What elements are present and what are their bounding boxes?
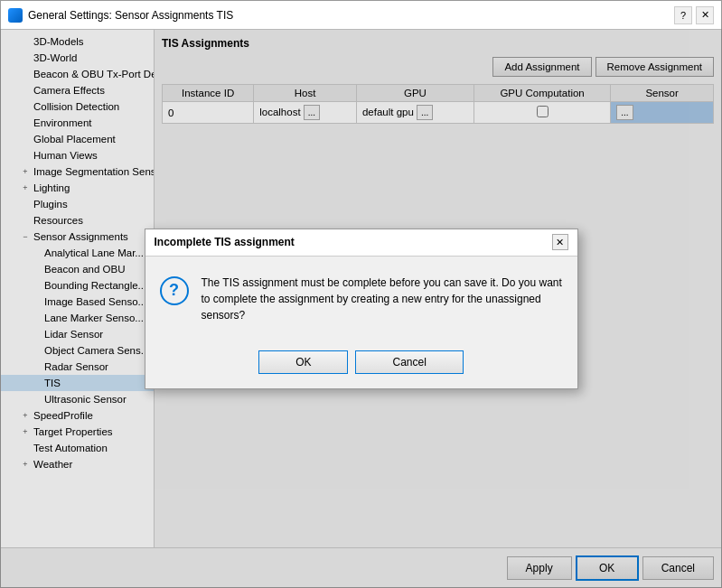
window-title: General Settings: Sensor Assignments TIS	[28, 9, 674, 22]
title-bar-controls: ? ✕	[674, 6, 714, 24]
dialog-question-icon: ?	[160, 276, 189, 305]
dialog-message: The TIS assignment must be complete befo…	[202, 275, 563, 323]
dialog-close-button[interactable]: ✕	[552, 234, 568, 250]
app-icon	[8, 8, 23, 23]
close-window-button[interactable]: ✕	[696, 6, 714, 24]
dialog-title: Incomplete TIS assignment	[155, 236, 295, 248]
dialog-ok-button[interactable]: OK	[258, 350, 348, 374]
modal-overlay: Incomplete TIS assignment ✕ ? The TIS as…	[0, 29, 722, 588]
dialog: Incomplete TIS assignment ✕ ? The TIS as…	[145, 229, 578, 389]
help-button[interactable]: ?	[674, 6, 692, 24]
dialog-buttons: OK Cancel	[145, 341, 577, 388]
dialog-cancel-button[interactable]: Cancel	[355, 350, 463, 374]
dialog-titlebar: Incomplete TIS assignment ✕	[145, 229, 577, 257]
title-bar: General Settings: Sensor Assignments TIS…	[1, 1, 721, 30]
dialog-content: ? The TIS assignment must be complete be…	[145, 257, 577, 341]
